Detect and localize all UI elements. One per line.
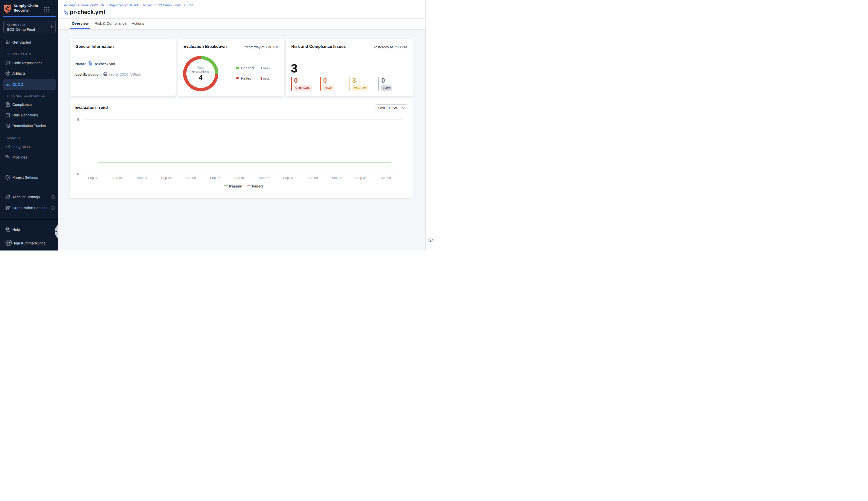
svg-text:?: ? xyxy=(7,228,8,230)
svg-text:</>: </> xyxy=(7,62,9,64)
